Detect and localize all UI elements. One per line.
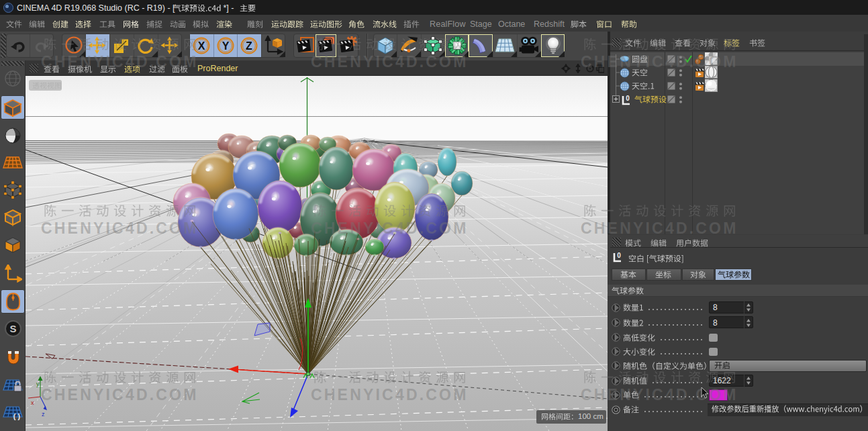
svg-text:0: 0 bbox=[617, 252, 621, 259]
svg-text:S: S bbox=[9, 323, 16, 334]
svg-text:z: z bbox=[42, 411, 45, 418]
svg-text:Z: Z bbox=[246, 40, 252, 52]
svg-text:( ): ( ) bbox=[13, 412, 21, 420]
svg-text:y: y bbox=[36, 381, 40, 387]
svg-text:0: 0 bbox=[626, 95, 630, 102]
svg-text:X: X bbox=[198, 40, 205, 52]
svg-text:x: x bbox=[31, 399, 34, 406]
svg-text:Y: Y bbox=[222, 40, 230, 52]
